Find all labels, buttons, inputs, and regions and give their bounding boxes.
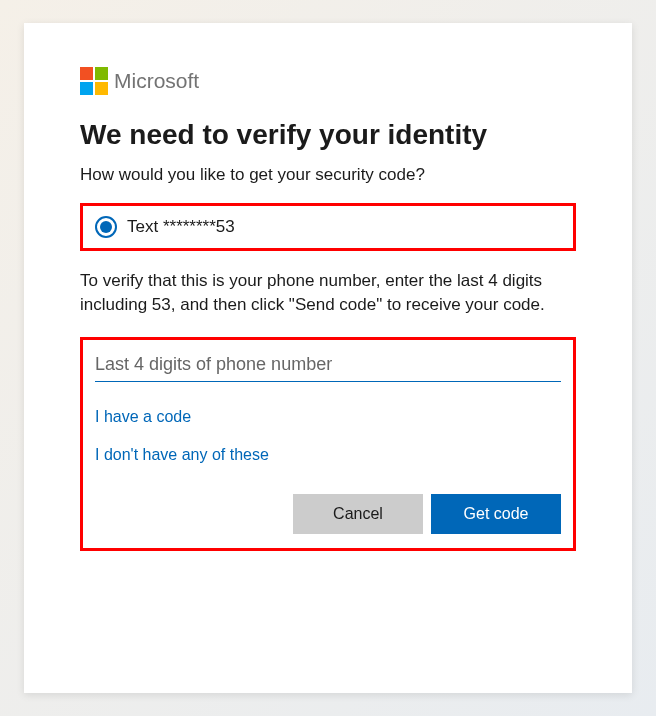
microsoft-logo-icon <box>80 67 108 95</box>
brand-row: Microsoft <box>80 67 576 95</box>
have-code-link[interactable]: I have a code <box>95 408 561 426</box>
subheading-text: How would you like to get your security … <box>80 165 576 185</box>
highlight-verification-option: Text ********53 <box>80 203 576 251</box>
brand-name: Microsoft <box>114 69 199 93</box>
get-code-button[interactable]: Get code <box>431 494 561 534</box>
verification-card: Microsoft We need to verify your identit… <box>24 23 632 693</box>
instructions-text: To verify that this is your phone number… <box>80 269 576 317</box>
radio-option-text[interactable]: Text ********53 <box>95 216 561 238</box>
highlight-form-area: I have a code I don't have any of these … <box>80 337 576 551</box>
radio-option-label: Text ********53 <box>127 217 235 237</box>
radio-button-icon[interactable] <box>95 216 117 238</box>
page-title: We need to verify your identity <box>80 119 576 151</box>
none-of-these-link[interactable]: I don't have any of these <box>95 446 561 464</box>
cancel-button[interactable]: Cancel <box>293 494 423 534</box>
button-row: Cancel Get code <box>95 494 561 534</box>
last-4-digits-input[interactable] <box>95 348 561 382</box>
